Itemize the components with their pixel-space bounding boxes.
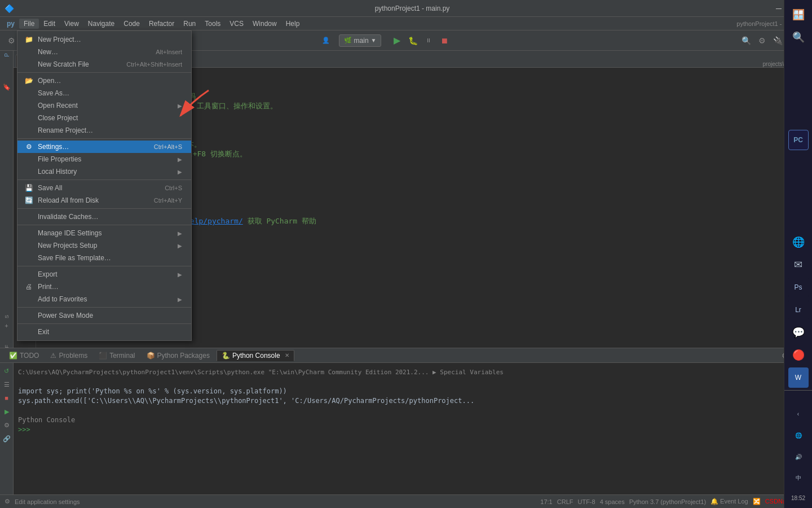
- menu-close-project[interactable]: Close Project: [17, 112, 191, 124]
- lightroom-taskbar-icon[interactable]: Lr: [788, 300, 809, 320]
- run-button[interactable]: ▶: [390, 34, 404, 47]
- git-icon-status: 🔀: [753, 498, 761, 505]
- menu-print[interactable]: 🖨 Print…: [17, 281, 191, 293]
- tab-problems[interactable]: ⚠ Problems: [46, 351, 92, 361]
- menu-open-recent[interactable]: Open Recent ▶: [17, 99, 191, 112]
- menu-file[interactable]: File: [19, 19, 39, 29]
- add-favorites-label: Add to Favorites: [38, 295, 87, 303]
- settings-toolbar-button[interactable]: ⚙: [755, 34, 769, 47]
- save-as-label: Save As…: [38, 89, 69, 97]
- tab-terminal[interactable]: ⬛ Terminal: [94, 351, 139, 361]
- menu-export[interactable]: Export ▶: [17, 268, 191, 281]
- menu-add-favorites[interactable]: Add to Favorites ▶: [17, 293, 191, 305]
- menu-navigate[interactable]: Navigate: [83, 19, 119, 29]
- menu-exit[interactable]: Exit: [17, 326, 191, 338]
- menu-reload-all[interactable]: 🔄 Reload All from Disk Ctrl+Alt+Y: [17, 194, 191, 207]
- ime-taskbar-icon[interactable]: 中: [788, 468, 809, 488]
- menu-manage-ide[interactable]: Manage IDE Settings ▶: [17, 227, 191, 239]
- menu-local-history[interactable]: Local History ▶: [17, 165, 191, 178]
- bottom-panel: ✅ TODO ⚠ Problems ⬛ Terminal 📦 Python Pa…: [0, 348, 812, 494]
- menu-tools[interactable]: Tools: [200, 19, 225, 29]
- terminal-output[interactable]: C:\Users\AQ\PycharmProjects\pythonProjec…: [14, 363, 812, 494]
- attach-debugger-icon[interactable]: 🔗: [1, 433, 12, 444]
- save-all-label: Save All: [38, 184, 62, 192]
- line-separator[interactable]: CRLF: [557, 498, 573, 505]
- menu-file-properties[interactable]: File Properties ▶: [17, 153, 191, 165]
- menu-settings[interactable]: ⚙ Settings… Ctrl+Alt+S: [17, 141, 191, 153]
- wechat-taskbar-icon[interactable]: 💬: [788, 322, 809, 343]
- gear-icon[interactable]: ⚙: [5, 34, 18, 47]
- favorites-sidebar-icon[interactable]: F: [1, 345, 12, 348]
- menu-save-as[interactable]: Save As…: [17, 87, 191, 99]
- stop-console-icon[interactable]: ■: [1, 392, 12, 404]
- start-button[interactable]: 🪟: [788, 5, 809, 25]
- word-taskbar-icon[interactable]: W: [788, 367, 809, 388]
- edit-app-settings[interactable]: Edit application settings: [15, 498, 80, 505]
- new-project-icon: 📁: [24, 35, 33, 44]
- photoshop-taskbar-icon[interactable]: Ps: [788, 277, 809, 297]
- menu-rename-project[interactable]: Rename Project…: [17, 124, 191, 137]
- menu-save-template[interactable]: Save File as Template…: [17, 252, 191, 264]
- edge-taskbar-icon[interactable]: 🌐: [788, 232, 809, 252]
- cache-icon: [24, 212, 33, 221]
- restart-console-icon[interactable]: ↺: [1, 365, 12, 376]
- debug-button[interactable]: 🐛: [406, 34, 420, 47]
- python-version[interactable]: Python 3.7 (pythonProject1): [629, 498, 706, 505]
- mail-taskbar-icon[interactable]: ✉: [788, 255, 809, 275]
- run-config-button[interactable]: ⏸: [422, 34, 435, 47]
- volume-taskbar-icon[interactable]: 🔊: [788, 446, 809, 467]
- menu-window[interactable]: Window: [248, 19, 281, 29]
- pycharm-taskbar-icon[interactable]: PC: [788, 130, 809, 150]
- plugins-button[interactable]: 🔌: [771, 34, 784, 47]
- power-icon: [24, 311, 33, 320]
- stop-button[interactable]: ⏹: [438, 34, 451, 47]
- menu-invalidate-caches[interactable]: Invalidate Caches…: [17, 211, 191, 223]
- menu-code[interactable]: Code: [119, 19, 144, 29]
- menu-save-all[interactable]: 💾 Save All Ctrl+S: [17, 182, 191, 194]
- indent[interactable]: 4 spaces: [600, 498, 625, 505]
- manage-arrow: ▶: [178, 230, 182, 237]
- branch-selector[interactable]: 🌿 main ▼: [339, 34, 382, 47]
- tab-python-console[interactable]: 🐍 Python Console ✕: [217, 350, 294, 361]
- menu-edit[interactable]: Edit: [39, 19, 60, 29]
- new-projects-arrow: ▶: [178, 243, 182, 249]
- export-arrow: ▶: [178, 271, 182, 278]
- statusbar: ⚙ Edit application settings 17:1 CRLF UT…: [0, 494, 812, 508]
- search-button[interactable]: 🔍: [788, 27, 809, 47]
- collapse-taskbar-icon[interactable]: ‹: [788, 404, 809, 424]
- tab-todo[interactable]: ✅ TODO: [5, 351, 43, 361]
- menu-help[interactable]: Help: [281, 19, 304, 29]
- menu-py[interactable]: py: [2, 19, 19, 29]
- menu-new-scratch[interactable]: New Scratch File Ctrl+Alt+Shift+Insert: [17, 58, 191, 71]
- open-icon: 📂: [24, 76, 33, 85]
- menubar: py File Edit View Navigate Code Refactor…: [0, 17, 812, 30]
- network-taskbar-icon[interactable]: 🌐: [788, 425, 809, 445]
- event-log[interactable]: 🔔 Event Log: [710, 498, 748, 505]
- charset[interactable]: UTF-8: [577, 498, 595, 505]
- run-console-icon[interactable]: ▶: [1, 406, 12, 417]
- menu-power-save[interactable]: Power Save Mode: [17, 309, 191, 322]
- menu-run[interactable]: Run: [179, 19, 200, 29]
- menu-refactor[interactable]: Refactor: [144, 19, 179, 29]
- menu-open[interactable]: 📂 Open…: [17, 75, 191, 87]
- tab-python-packages[interactable]: 📦 Python Packages: [142, 351, 214, 361]
- menu-view[interactable]: View: [60, 19, 83, 29]
- search-everywhere-button[interactable]: 🔍: [739, 34, 753, 47]
- menu-new-project[interactable]: 📁 New Project…: [17, 33, 191, 46]
- red-app-taskbar-icon[interactable]: 🔴: [788, 345, 809, 365]
- menu-new[interactable]: New… Alt+Insert: [17, 46, 191, 58]
- menu-new-projects-setup[interactable]: New Projects Setup ▶: [17, 239, 191, 252]
- console-list-icon[interactable]: ☰: [1, 379, 12, 390]
- console-close-icon[interactable]: ✕: [285, 352, 289, 358]
- separator-6: [17, 266, 191, 266]
- add-sidebar-icon[interactable]: +: [1, 320, 12, 331]
- menu-vcs[interactable]: VCS: [225, 19, 248, 29]
- bookmark-sidebar-icon[interactable]: 🔖: [1, 82, 12, 93]
- structure-sidebar-icon[interactable]: S: [1, 315, 12, 318]
- recent-icon: [24, 101, 33, 110]
- minimize-button[interactable]: ─: [775, 5, 783, 12]
- project-sidebar-icon[interactable]: P: [1, 53, 12, 57]
- cursor-position[interactable]: 17:1: [540, 498, 552, 505]
- settings-console-icon[interactable]: ⚙: [1, 419, 12, 431]
- local-history-label: Local History: [38, 168, 77, 176]
